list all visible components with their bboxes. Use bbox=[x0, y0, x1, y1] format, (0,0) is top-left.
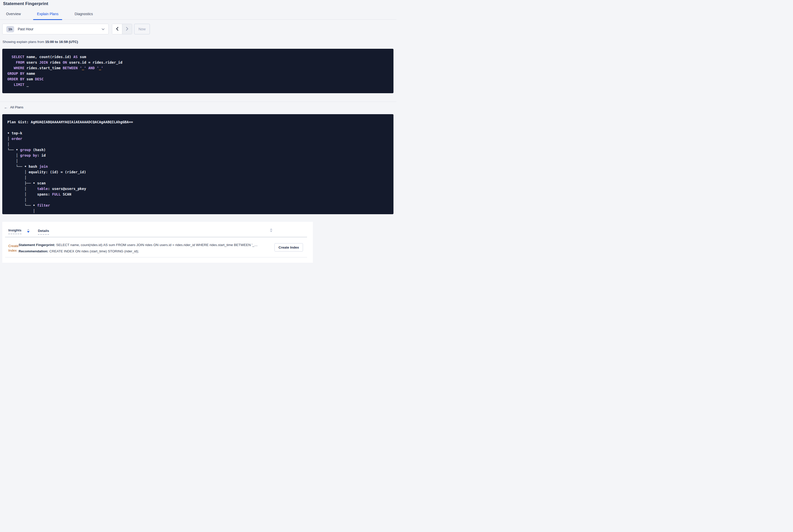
details-cell: Statement Fingerprint:SELECT name, count… bbox=[19, 242, 313, 254]
sort-desc-arrow bbox=[270, 231, 272, 232]
tab-explain-plans[interactable]: Explain Plans bbox=[37, 12, 58, 19]
next-time-button[interactable] bbox=[122, 24, 132, 34]
prev-time-button[interactable] bbox=[112, 24, 122, 34]
detail-text: SELECT name, count(rides.id) AS sum FROM… bbox=[56, 243, 258, 247]
section-divider bbox=[0, 101, 396, 102]
time-controls: 1h Past Hour Now bbox=[2, 24, 394, 34]
recommendation-detail: Recommendation:CREATE INDEX ON rides (st… bbox=[19, 248, 258, 254]
insight-type-link[interactable]: Create Index bbox=[8, 244, 19, 252]
column-header-insights[interactable]: Insights bbox=[8, 228, 21, 234]
plan-tree-code: Plan Gist: AgHUAQIABQAAAAHYAQIAiAEAAAADC… bbox=[7, 119, 389, 214]
time-nav-group bbox=[112, 24, 132, 34]
tab-overview[interactable]: Overview bbox=[6, 12, 21, 19]
page-title: Statement Fingerprint bbox=[0, 0, 396, 7]
arrow-left-icon: ← bbox=[4, 106, 8, 109]
chevron-left-icon bbox=[116, 27, 119, 32]
details-header-cell: Details bbox=[38, 228, 49, 233]
tab-diagnostics[interactable]: Diagnostics bbox=[75, 12, 93, 19]
time-range-badge: 1h bbox=[6, 26, 14, 32]
time-range-label: Past Hour bbox=[18, 27, 101, 31]
statement-fingerprint-page: Statement Fingerprint Overview Explain P… bbox=[0, 0, 396, 266]
status-line: Showing explain plans from 15:00 to 16:5… bbox=[2, 40, 396, 44]
plan-gist-block: Plan Gist: AgHUAQIABQAAAAHYAQIAiAEAAAADC… bbox=[2, 114, 394, 214]
now-button[interactable]: Now bbox=[134, 24, 150, 34]
table-row: Create Index Statement Fingerprint:SELEC… bbox=[2, 237, 313, 257]
tab-bar: Overview Explain Plans Diagnostics bbox=[0, 12, 396, 20]
sql-fingerprint-block: SELECT name, count(rides.id) AS sum FROM… bbox=[2, 49, 394, 93]
sort-asc-arrow bbox=[270, 228, 272, 230]
status-time-range: 15:00 to 16:59 (UTC) bbox=[45, 40, 78, 44]
chevron-right-icon bbox=[126, 27, 129, 32]
table-row-divider bbox=[5, 257, 307, 258]
sql-code: SELECT name, count(rides.id) AS sum FROM… bbox=[7, 54, 389, 88]
sort-desc-arrow bbox=[27, 231, 30, 233]
detail-text: CREATE INDEX ON rides (start_time) STORI… bbox=[49, 249, 139, 253]
insights-header-cell: Insights bbox=[8, 228, 38, 234]
create-index-button[interactable]: Create Index bbox=[275, 243, 303, 252]
detail-label: Recommendation: bbox=[19, 249, 49, 253]
back-link-label: All Plans bbox=[10, 105, 23, 109]
sort-asc-arrow bbox=[27, 229, 30, 230]
all-plans-back-link[interactable]: ← All Plans bbox=[4, 105, 23, 109]
insights-table: Insights Details Create Index Statement … bbox=[2, 222, 313, 263]
insight-cell: Create Index bbox=[8, 244, 19, 253]
insights-table-header: Insights Details bbox=[2, 228, 313, 234]
statement-fingerprint-detail: Statement Fingerprint:SELECT name, count… bbox=[19, 242, 258, 248]
column-header-details[interactable]: Details bbox=[38, 229, 49, 235]
detail-label: Statement Fingerprint: bbox=[19, 243, 55, 247]
chevron-down-icon bbox=[101, 27, 105, 31]
sort-icon-insights[interactable] bbox=[27, 229, 30, 233]
sort-icon-actions[interactable] bbox=[270, 228, 272, 232]
status-prefix: Showing explain plans from bbox=[2, 40, 45, 44]
time-range-select[interactable]: 1h Past Hour bbox=[2, 24, 109, 34]
